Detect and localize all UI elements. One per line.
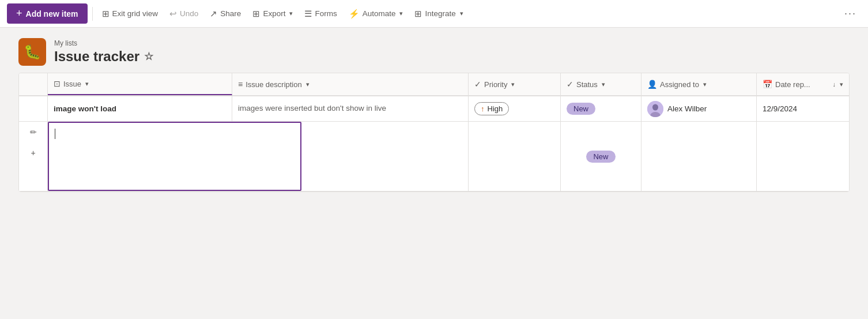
toolbar: + Add new item ⊞ Exit grid view ↩ Undo ↗… <box>0 0 868 28</box>
desc-col-icon: ≡ <box>238 80 243 89</box>
bug-icon: 🐛 <box>24 44 41 60</box>
priority-value-1: High <box>488 104 503 113</box>
chevron-down-icon: ▾ <box>289 10 293 17</box>
edit-desc-empty <box>301 122 469 191</box>
assigned-cell-1: Alex Wilber <box>647 101 707 117</box>
priority-up-icon: ↑ <box>481 104 485 113</box>
page-title: Issue tracker ☆ <box>54 48 153 65</box>
undo-button[interactable]: ↩ Undo <box>165 6 203 22</box>
automate-label: Automate <box>363 9 396 18</box>
automate-icon: ⚡ <box>349 9 360 19</box>
cell-date-1[interactable]: 12/9/2024 <box>757 96 849 121</box>
issue-col-icon: ⊡ <box>54 79 61 88</box>
edit-issue-input[interactable] <box>48 122 301 191</box>
priority-badge-1: ↑ High <box>474 102 509 115</box>
undo-label: Undo <box>180 9 198 18</box>
editing-row[interactable]: ✏ + New <box>19 122 849 192</box>
exit-grid-label: Exit grid view <box>112 9 158 18</box>
status-col-icon: ✓ <box>567 80 573 89</box>
breadcrumb: My lists <box>54 39 153 47</box>
cell-priority-1[interactable]: ↑ High <box>469 96 561 121</box>
desc-col-chevron: ▾ <box>306 81 310 88</box>
svg-point-1 <box>652 104 658 110</box>
text-cursor <box>55 129 55 139</box>
automate-button[interactable]: ⚡ Automate ▾ <box>344 6 408 22</box>
col-status-header[interactable]: ✓ Status ▾ <box>561 73 641 95</box>
header-text: My lists Issue tracker ☆ <box>54 39 153 65</box>
page-title-text: Issue tracker <box>54 48 139 65</box>
priority-col-icon: ✓ <box>474 80 481 89</box>
date-value-1: 12/9/2024 <box>763 104 797 113</box>
cell-status-1[interactable]: New <box>561 96 641 121</box>
date-col-icon: 📅 <box>763 80 772 89</box>
grid-area: ⊡ Issue ▾ ≡ Issue description ▾ ✓ Priori… <box>0 66 868 192</box>
forms-icon: ☰ <box>304 9 312 19</box>
edit-assigned-empty <box>641 122 757 191</box>
issue-value-1: image won't load <box>54 104 116 113</box>
edit-date-empty <box>757 122 849 191</box>
edit-status-cell: New <box>561 122 641 191</box>
edit-priority-empty <box>469 122 561 191</box>
chevron-down-icon-3: ▾ <box>460 10 463 17</box>
share-label: Share <box>220 9 241 18</box>
chevron-down-icon-2: ▾ <box>399 10 403 17</box>
desc-value-1: images were inserted but don't show in l… <box>238 103 386 114</box>
list-icon: 🐛 <box>18 38 46 66</box>
assigned-name-1: Alex Wilber <box>667 104 707 113</box>
add-new-item-button[interactable]: + Add new item <box>7 3 88 24</box>
column-headers: ⊡ Issue ▾ ≡ Issue description ▾ ✓ Priori… <box>19 73 849 96</box>
col-assigned-header[interactable]: 👤 Assigned to ▾ <box>641 73 757 95</box>
cell-desc-1[interactable]: images were inserted but don't show in l… <box>232 96 469 121</box>
export-button[interactable]: ⊞ Export ▾ <box>248 6 297 22</box>
assigned-col-icon: 👤 <box>647 80 657 89</box>
table-row[interactable]: image won't load images were inserted bu… <box>19 96 849 122</box>
priority-col-label: Priority <box>484 80 507 89</box>
col-row-num-header <box>19 73 48 95</box>
row-num-1 <box>19 96 48 121</box>
favorite-star-icon[interactable]: ☆ <box>144 50 153 63</box>
cell-assigned-1[interactable]: Alex Wilber <box>641 96 757 121</box>
share-icon: ↗ <box>210 9 217 19</box>
col-desc-header[interactable]: ≡ Issue description ▾ <box>232 73 469 95</box>
status-col-chevron: ▾ <box>602 81 605 88</box>
sort-desc-icon: ↓ <box>833 81 836 88</box>
forms-label: Forms <box>315 9 337 18</box>
export-label: Export <box>263 9 285 18</box>
integrate-button[interactable]: ⊞ Integrate ▾ <box>410 6 467 22</box>
col-priority-header[interactable]: ✓ Priority ▾ <box>469 73 561 95</box>
issue-col-chevron: ▾ <box>85 80 89 88</box>
status-badge-2: New <box>586 151 615 163</box>
integrate-icon: ⊞ <box>414 9 422 19</box>
date-col-chevron: ▾ <box>840 81 843 88</box>
cell-issue-1[interactable]: image won't load <box>48 96 232 121</box>
undo-icon: ↩ <box>169 9 177 19</box>
share-button[interactable]: ↗ Share <box>205 6 246 22</box>
col-issue-header[interactable]: ⊡ Issue ▾ <box>48 73 232 95</box>
divider-1 <box>92 7 93 21</box>
issue-col-label: Issue <box>63 80 81 88</box>
avatar-1 <box>647 101 663 117</box>
page-header: 🐛 My lists Issue tracker ☆ <box>0 28 868 66</box>
priority-col-chevron: ▾ <box>511 81 515 88</box>
exit-grid-view-button[interactable]: ⊞ Exit grid view <box>97 6 163 22</box>
more-options-button[interactable]: ··· <box>840 5 861 22</box>
desc-col-label: Issue description <box>246 80 302 89</box>
status-col-label: Status <box>576 80 598 89</box>
export-icon: ⊞ <box>252 9 260 19</box>
assigned-col-chevron: ▾ <box>703 81 707 88</box>
col-date-header[interactable]: 📅 Date rep... ↓ ▾ <box>757 73 849 95</box>
assigned-col-label: Assigned to <box>660 80 699 89</box>
integrate-label: Integrate <box>425 9 455 18</box>
edit-gutter: ✏ + <box>19 122 48 191</box>
forms-button[interactable]: ☰ Forms <box>300 6 341 22</box>
grid-container: ⊡ Issue ▾ ≡ Issue description ▾ ✓ Priori… <box>18 73 850 192</box>
edit-add-icon[interactable]: + <box>31 148 35 157</box>
add-new-label: Add new item <box>26 9 78 18</box>
edit-pencil-icon[interactable]: ✏ <box>30 127 37 137</box>
grid-icon: ⊞ <box>102 9 110 19</box>
status-badge-1: New <box>567 103 595 115</box>
plus-icon: + <box>16 7 22 20</box>
date-col-label: Date rep... <box>775 80 810 89</box>
